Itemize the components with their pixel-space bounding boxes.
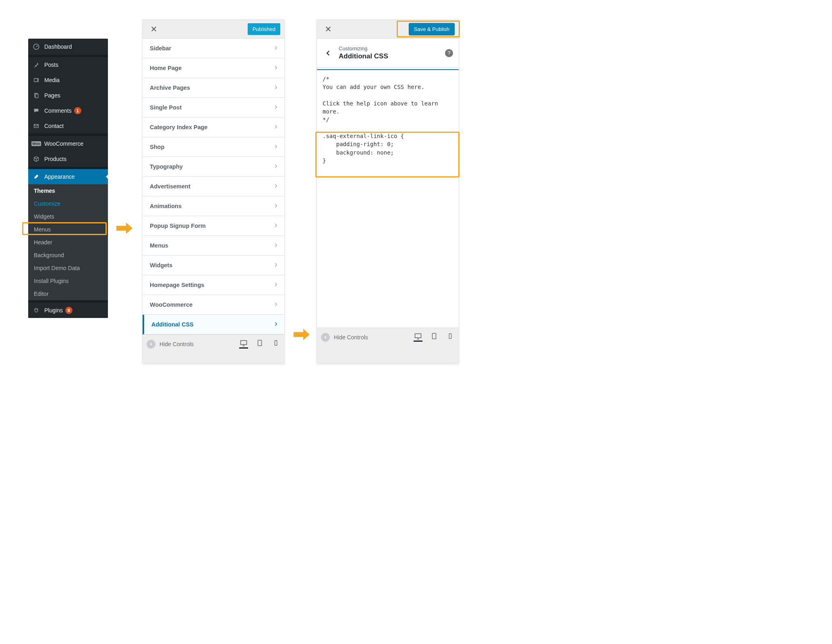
chevron-right-icon [273, 104, 279, 111]
device-desktop-button[interactable] [239, 340, 248, 349]
customizer-item-single-post[interactable]: Single Post [143, 98, 284, 118]
hide-controls-button[interactable]: Hide Controls [147, 340, 194, 349]
css-editor[interactable]: /* You can add your own CSS here. Click … [317, 70, 459, 328]
customizer-item-label: Sidebar [150, 45, 171, 52]
hide-controls-button[interactable]: Hide Controls [321, 333, 368, 342]
customizer-item-label: Animations [150, 203, 182, 209]
chevron-right-icon [273, 183, 279, 190]
customizer-item-label: Popup Signup Form [150, 223, 206, 229]
customizer-item-label: Archive Pages [150, 85, 190, 91]
section-titles: Customizing Additional CSS [339, 45, 445, 60]
subitem-themes[interactable]: Themes [28, 184, 108, 197]
customizer-topbar: Published [143, 20, 284, 39]
sidebar-item-dashboard[interactable]: Dashboard [28, 39, 108, 55]
wp-admin-sidebar: Dashboard Posts Media Pages Comments 1 C… [28, 39, 108, 318]
customizer-footer: Hide Controls [143, 334, 284, 353]
close-button[interactable] [321, 22, 335, 36]
subitem-widgets[interactable]: Widgets [28, 210, 108, 223]
sidebar-item-pages[interactable]: Pages [28, 88, 108, 103]
customizer-item-archive-pages[interactable]: Archive Pages [143, 78, 284, 98]
customizer-item-home-page[interactable]: Home Page [143, 58, 284, 78]
plug-icon [32, 306, 40, 314]
subitem-install-plugins[interactable]: Install Plugins [28, 275, 108, 287]
customizer-item-category-index-page[interactable]: Category Index Page [143, 118, 284, 137]
pages-icon [32, 91, 40, 99]
chevron-right-icon [273, 124, 279, 131]
customizer-additional-css-panel: Save & Publish Customizing Additional CS… [317, 19, 459, 364]
customizer-item-woocommerce[interactable]: WooCommerce [143, 295, 284, 315]
sidebar-item-woocommerce[interactable]: Woo WooCommerce [28, 136, 108, 151]
device-mobile-button[interactable] [446, 333, 455, 342]
customizer-item-label: Advertisement [150, 183, 190, 190]
chevron-right-icon [273, 85, 279, 91]
sidebar-item-plugins[interactable]: Plugins 8 [28, 303, 108, 318]
sidebar-item-media[interactable]: Media [28, 72, 108, 88]
dashboard-icon [32, 43, 40, 51]
customizer-item-homepage-settings[interactable]: Homepage Settings [143, 275, 284, 295]
plugins-badge: 8 [65, 307, 72, 314]
sidebar-label: Appearance [44, 173, 75, 180]
customizer-item-widgets[interactable]: Widgets [143, 256, 284, 275]
comment-icon [32, 107, 40, 115]
section-overline: Customizing [339, 45, 445, 52]
highlight-save [397, 21, 460, 37]
customizer-item-menus[interactable]: Menus [143, 236, 284, 256]
arrow-icon [116, 223, 133, 234]
sidebar-item-comments[interactable]: Comments 1 [28, 103, 108, 118]
help-button[interactable]: ? [445, 49, 453, 57]
media-icon [32, 76, 40, 84]
envelope-icon [32, 122, 40, 130]
subitem-customize[interactable]: Customize [28, 197, 108, 210]
comments-badge: 1 [74, 107, 81, 114]
chevron-left-icon [321, 333, 330, 342]
customizer-item-popup-signup-form[interactable]: Popup Signup Form [143, 216, 284, 236]
svg-rect-3 [35, 94, 38, 98]
product-icon [32, 155, 40, 163]
customizer-item-shop[interactable]: Shop [143, 137, 284, 157]
customizer-item-animations[interactable]: Animations [143, 196, 284, 216]
arrow-icon [293, 329, 310, 340]
svg-rect-8 [415, 334, 421, 338]
svg-rect-1 [34, 78, 37, 82]
section-header: Customizing Additional CSS ? [317, 39, 459, 68]
customizer-item-label: Homepage Settings [150, 282, 204, 288]
chevron-right-icon [273, 282, 279, 289]
subitem-editor[interactable]: Editor [28, 287, 108, 300]
published-button[interactable]: Published [248, 23, 280, 35]
woo-icon: Woo [32, 140, 40, 148]
section-title: Additional CSS [339, 52, 445, 60]
customizer-item-label: Menus [150, 242, 168, 249]
sidebar-label: Pages [44, 92, 60, 99]
back-button[interactable] [323, 47, 334, 59]
customizer-item-typography[interactable]: Typography [143, 157, 284, 177]
chevron-right-icon [273, 242, 279, 249]
device-mobile-button[interactable] [271, 340, 280, 349]
device-desktop-button[interactable] [414, 333, 422, 342]
chevron-right-icon [273, 301, 279, 308]
customizer-item-advertisement[interactable]: Advertisement [143, 177, 284, 196]
svg-rect-5 [241, 341, 247, 345]
device-tablet-button[interactable] [255, 340, 264, 349]
sidebar-item-appearance[interactable]: Appearance [28, 169, 108, 184]
device-preview-toggle [239, 340, 280, 349]
customizer-item-additional-css[interactable]: Additional CSS [143, 315, 284, 334]
svg-rect-9 [433, 333, 436, 339]
close-button[interactable] [147, 22, 161, 36]
sidebar-label: Dashboard [44, 43, 72, 50]
subitem-header[interactable]: Header [28, 236, 108, 249]
customizer-item-label: WooCommerce [150, 301, 192, 308]
sidebar-label: Plugins [44, 307, 63, 314]
customizer-item-label: Additional CSS [151, 321, 194, 328]
device-tablet-button[interactable] [430, 333, 439, 342]
customizer-item-label: Widgets [150, 262, 172, 268]
customizer-item-sidebar[interactable]: Sidebar [143, 39, 284, 58]
customizer-item-label: Typography [150, 163, 183, 170]
subitem-background[interactable]: Background [28, 249, 108, 262]
customizer-item-label: Single Post [150, 104, 182, 111]
subitem-import-demo[interactable]: Import Demo Data [28, 262, 108, 275]
pin-icon [32, 61, 40, 69]
sidebar-label: Posts [44, 62, 58, 68]
sidebar-item-posts[interactable]: Posts [28, 57, 108, 72]
sidebar-item-products[interactable]: Products [28, 151, 108, 167]
sidebar-item-contact[interactable]: Contact [28, 118, 108, 134]
